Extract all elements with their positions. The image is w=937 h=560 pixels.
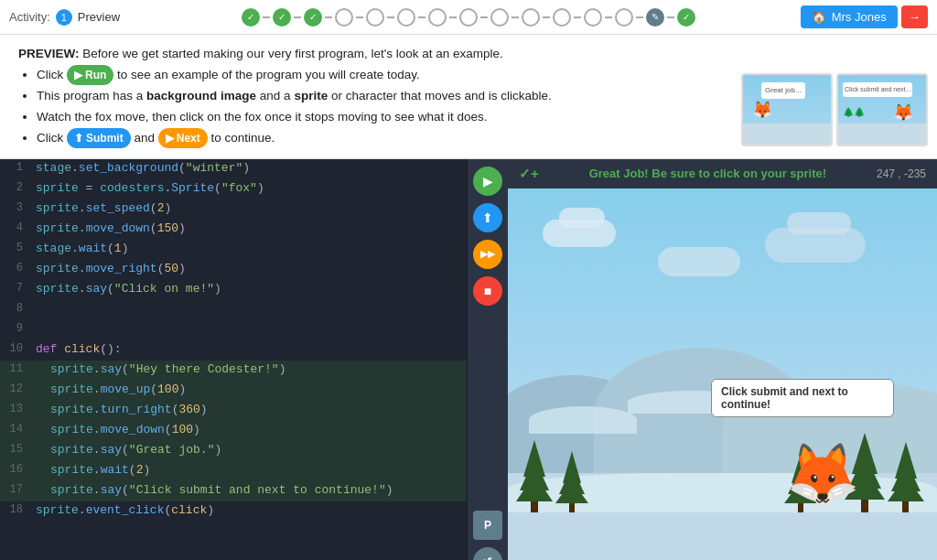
step-8[interactable] bbox=[459, 8, 478, 27]
step-13[interactable] bbox=[615, 8, 633, 27]
code-line-8: 8 bbox=[0, 300, 467, 320]
snow-cap-1 bbox=[529, 406, 636, 434]
code-line-11: 11 sprite.say("Hey there Codester!") bbox=[0, 361, 467, 381]
code-line-7: 7 sprite.say("Click on me!") bbox=[0, 280, 467, 300]
code-line-1: 1 stage.set_background("winter") bbox=[0, 159, 467, 179]
step-14[interactable]: ✎ bbox=[646, 8, 664, 27]
connector bbox=[418, 16, 425, 18]
cloud-3 bbox=[658, 247, 740, 276]
step-7[interactable] bbox=[428, 8, 447, 27]
step-4[interactable] bbox=[335, 8, 353, 27]
submit-button-inline[interactable]: ⬆ Submit bbox=[67, 128, 131, 148]
code-line-18: 18 sprite.event_click(click) bbox=[0, 501, 467, 522]
connector bbox=[356, 16, 363, 18]
step-1[interactable]: ✓ bbox=[242, 8, 260, 27]
bullet1-pre: Click bbox=[37, 68, 67, 81]
bullet-4: Click ⬆ Submit and ▶ Next to continue. bbox=[37, 128, 732, 149]
step-15[interactable]: ✓ bbox=[677, 8, 695, 27]
code-line-9: 9 bbox=[0, 320, 467, 340]
coordinates: 247 , -235 bbox=[877, 167, 926, 180]
connector bbox=[294, 16, 301, 18]
main-content: 1 stage.set_background("winter") 2 sprit… bbox=[0, 159, 937, 560]
user-button[interactable]: 🏠 Mrs Jones bbox=[801, 5, 898, 28]
and-text: and bbox=[134, 131, 157, 145]
thumbnail-1: 🦊 🌲 Great job... bbox=[741, 73, 833, 146]
activity-text: Activity: bbox=[9, 10, 50, 24]
step-10[interactable] bbox=[522, 8, 540, 27]
preview-label: Preview bbox=[78, 10, 120, 24]
connector bbox=[543, 16, 550, 18]
connector bbox=[449, 16, 457, 18]
code-line-5: 5 stage.wait(1) bbox=[0, 240, 467, 260]
connector bbox=[667, 16, 674, 18]
code-line-2: 2 sprite = codesters.Sprite("fox") bbox=[0, 179, 467, 199]
upload-button[interactable]: ⬆ bbox=[473, 203, 502, 232]
trees-left bbox=[516, 440, 588, 512]
connector bbox=[605, 16, 612, 18]
topbar: Activity: 1 Preview ✓ ✓ ✓ ✎ ✓ 🏠 bbox=[0, 0, 937, 35]
cloud-5 bbox=[787, 212, 851, 234]
connector bbox=[325, 16, 332, 18]
step-9[interactable] bbox=[490, 8, 509, 27]
connector bbox=[636, 16, 643, 18]
thumbnail-2: 🦊 🌲🌲 Click submit and next... bbox=[836, 73, 928, 146]
fox-sprite[interactable]: 🦊 bbox=[786, 439, 860, 509]
run-button[interactable]: ▶ bbox=[473, 167, 502, 196]
background-image-bold: background image bbox=[146, 89, 256, 102]
code-line-4: 4 sprite.move_down(150) bbox=[0, 220, 467, 240]
step-5[interactable] bbox=[366, 8, 384, 27]
code-line-17: 17 sprite.say("Click submit and next to … bbox=[0, 481, 467, 501]
code-line-16: 16 sprite.wait(2) bbox=[0, 461, 467, 481]
speech-bubble: Click submit and next to continue! bbox=[711, 379, 894, 417]
great-job-message: Great Job! Be sure to click on your spri… bbox=[546, 167, 869, 180]
code-editor[interactable]: 1 stage.set_background("winter") 2 sprit… bbox=[0, 159, 467, 560]
bullet-2: This program has a background image and … bbox=[37, 86, 732, 107]
check-plus: ✓+ bbox=[519, 166, 539, 182]
code-line-3: 3 sprite.set_speed(2) bbox=[0, 199, 467, 220]
game-header: ✓+ Great Job! Be sure to click on your s… bbox=[508, 159, 937, 188]
code-line-15: 15 sprite.say("Great job.") bbox=[0, 441, 467, 461]
preview-title: PREVIEW: bbox=[18, 47, 80, 60]
side-toolbar: ▶ ⬆ ▶▶ ■ P ↺ bbox=[467, 159, 508, 560]
code-line-6: 6 sprite.move_right(50) bbox=[0, 260, 467, 280]
step-12[interactable] bbox=[584, 8, 602, 27]
code-line-12: 12 sprite.move_up(100) bbox=[0, 381, 467, 401]
p-button[interactable]: P bbox=[473, 511, 502, 540]
code-line-10: 10 def click(): bbox=[0, 340, 467, 361]
connector bbox=[387, 16, 394, 18]
bullet1-post: to see an example of the program you wil… bbox=[117, 68, 420, 81]
connector bbox=[480, 16, 488, 18]
sprite-bold: sprite bbox=[294, 89, 328, 102]
step-6[interactable] bbox=[397, 8, 415, 27]
game-area: ✓+ Great Job! Be sure to click on your s… bbox=[508, 159, 937, 560]
fast-forward-button[interactable]: ▶▶ bbox=[473, 240, 502, 269]
code-line-14: 14 sprite.move_down(100) bbox=[0, 421, 467, 441]
connector bbox=[574, 16, 581, 18]
next-button-inline[interactable]: ▶ Next bbox=[158, 128, 208, 148]
logout-icon: → bbox=[909, 10, 921, 24]
run-button-inline[interactable]: ▶ Run bbox=[67, 65, 113, 85]
reset-button[interactable]: ↺ bbox=[473, 547, 502, 560]
activity-label: Activity: 1 Preview bbox=[9, 9, 120, 26]
bullet-1: Click ▶ Run to see an example of the pro… bbox=[37, 65, 732, 86]
bullet4-post: to continue. bbox=[211, 131, 275, 145]
activity-badge: 1 bbox=[56, 9, 72, 26]
preview-intro: Before we get started making our very fi… bbox=[82, 47, 503, 60]
connector bbox=[263, 16, 270, 18]
step-3[interactable]: ✓ bbox=[304, 8, 322, 27]
step-11[interactable] bbox=[553, 8, 571, 27]
code-line-13: 13 sprite.turn_right(360) bbox=[0, 401, 467, 421]
preview-area: PREVIEW: Before we get started making ou… bbox=[0, 35, 937, 159]
stop-button[interactable]: ■ bbox=[473, 276, 502, 306]
connector bbox=[512, 16, 519, 18]
home-icon: 🏠 bbox=[812, 10, 826, 24]
bullet-3: Watch the fox move, then click on the fo… bbox=[37, 107, 732, 128]
step-2[interactable]: ✓ bbox=[273, 8, 291, 27]
thumbnail-strip: 🦊 🌲 Great job... 🦊 🌲🌲 Click submit and n… bbox=[741, 73, 928, 146]
progress-bar: ✓ ✓ ✓ ✎ ✓ bbox=[242, 8, 695, 27]
user-name: Mrs Jones bbox=[832, 10, 887, 24]
logout-button[interactable]: → bbox=[901, 5, 928, 28]
sky-scene: 🦊 Click submit and next to continue! bbox=[508, 188, 937, 560]
cloud-2 bbox=[559, 208, 605, 228]
